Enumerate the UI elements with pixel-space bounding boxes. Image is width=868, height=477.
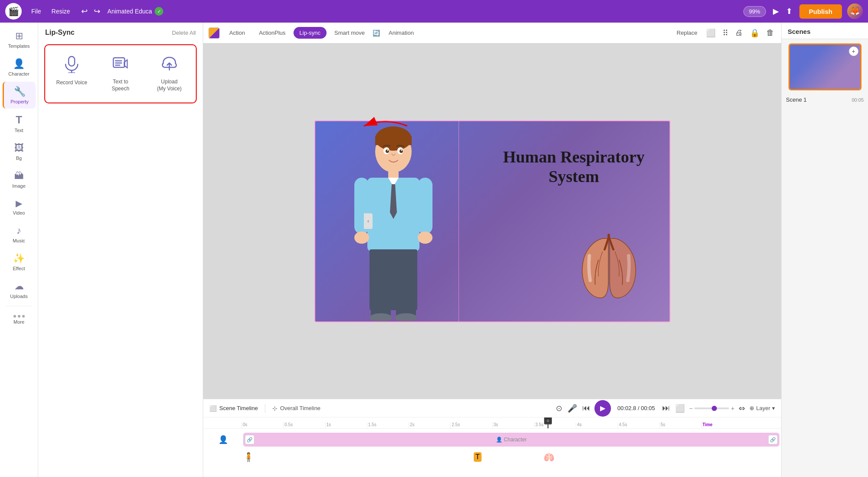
character-small-icon: 🧍 (243, 452, 254, 462)
share-button[interactable]: ⬆ (784, 5, 794, 18)
sidebar-item-more[interactable]: More (3, 309, 36, 329)
ruler-mark-5: 5s (660, 422, 701, 428)
record-voice-option[interactable]: Record Voice (50, 51, 94, 96)
sidebar-item-text[interactable]: T Text (3, 109, 36, 137)
sidebar-item-character[interactable]: 👤 Character (3, 54, 36, 81)
zoom-control[interactable]: 99% (743, 6, 766, 17)
scene-timeline-tab[interactable]: ⬜ Scene Timeline (209, 405, 258, 412)
slider-track[interactable] (694, 407, 729, 409)
sidebar-divider (6, 306, 32, 306)
delete-all-button[interactable]: Delete All (172, 30, 196, 36)
slider-thumb[interactable] (712, 406, 717, 411)
action-bar: Action ActionPlus Lip-sync Smart move 🔄 … (203, 23, 781, 43)
sidebar-item-effect[interactable]: ✨ Effect (3, 248, 36, 275)
icon-track-row: 🧍 T 🫁 (203, 449, 781, 465)
tab-animation[interactable]: Animation (383, 27, 420, 39)
tab-action[interactable]: Action (223, 27, 251, 39)
fit-view-button[interactable]: ⇔ (738, 403, 746, 414)
sidebar-label-more: More (13, 319, 24, 325)
camera-ctrl-button[interactable]: ⊙ (555, 403, 563, 414)
canvas-divider (459, 121, 459, 321)
animation-tab-group: 🔄 Animation (373, 27, 420, 39)
left-sidebar: ⊞ Templates 👤 Character 🔧 Property T Tex… (0, 23, 38, 477)
sidebar-label-bg: Bg (16, 156, 22, 161)
svg-rect-0 (69, 56, 75, 66)
lipsync-options-box: Record Voice Text to Speech (44, 44, 197, 103)
delete-button[interactable]: 🗑 (765, 26, 776, 39)
ruler-mark-0: 0s (241, 422, 283, 428)
ruler-mark-3: 3s (492, 422, 534, 428)
sidebar-label-music: Music (13, 238, 25, 243)
text-to-speech-option[interactable]: Text to Speech (98, 51, 142, 96)
timeline-tracks: 👤 🔗 👤 Character 🔗 🧍 T (203, 429, 781, 467)
zoom-slider[interactable]: − + (689, 405, 734, 412)
collapse-panel-button[interactable]: ‹ (364, 213, 373, 229)
sidebar-item-templates[interactable]: ⊞ Templates (3, 26, 36, 53)
overall-timeline-icon: ⊹ (272, 405, 277, 412)
upload-voice-option[interactable]: Upload(My Voice) (147, 51, 191, 96)
ruler-mark-1: 1s (325, 422, 367, 428)
image-icon: 🏔 (14, 170, 24, 182)
redo-button[interactable]: ↪ (92, 5, 102, 18)
text-to-speech-icon (112, 56, 129, 75)
sidebar-item-music[interactable]: ♪ Music (3, 221, 36, 248)
scenes-header: Scenes (782, 23, 868, 39)
tab-lipsync[interactable]: Lip-sync (294, 27, 327, 39)
play-preview-button[interactable]: ▶ (771, 5, 781, 18)
character-figure (337, 126, 459, 321)
split-view-button[interactable]: ⬜ (704, 26, 717, 40)
character-track-bar-area[interactable]: 🔗 👤 Character 🔗 (243, 433, 779, 447)
sidebar-label-video: Video (13, 210, 25, 215)
svg-text:⊡: ⊡ (547, 419, 549, 422)
character-track-label: 👤 Character (496, 437, 527, 443)
playhead[interactable]: ⊡ (548, 417, 548, 428)
tab-smartmove[interactable]: Smart move (328, 27, 371, 39)
sidebar-item-video[interactable]: ▶ Video (3, 194, 36, 220)
tab-actionplus[interactable]: ActionPlus (253, 27, 291, 39)
color-swatch[interactable] (208, 27, 220, 39)
skip-back-button[interactable]: ⏮ (581, 403, 591, 414)
overall-timeline-tab[interactable]: ⊹ Overall Timeline (272, 405, 320, 412)
topbar-icons: ▶ ⬆ (771, 5, 794, 18)
lungs-track-icon: 🫁 (544, 452, 554, 462)
character-track-bar[interactable]: 🔗 👤 Character 🔗 (243, 433, 779, 447)
skip-forward-button[interactable]: ⏭ (661, 403, 671, 414)
tts-label: Text to Speech (103, 79, 137, 92)
undo-button[interactable]: ↩ (79, 5, 89, 18)
ruler-marks: 0s 0.5s 1s 1.5s 2s 2.5s 3s 3.5s 4s 4.5s … (241, 422, 743, 428)
sidebar-item-property[interactable]: 🔧 Property (3, 82, 36, 109)
app-logo[interactable]: 🎬 (5, 3, 22, 20)
layer-label: Layer (756, 405, 770, 411)
lock-button[interactable]: 🔒 (748, 26, 761, 40)
track-bar-link-left[interactable]: 🔗 (245, 435, 254, 444)
mic-ctrl-button[interactable]: 🎤 (567, 403, 578, 414)
text-track-icon: T (474, 452, 482, 462)
scene-add-button[interactable]: + (849, 46, 858, 56)
sidebar-label-uploads: Uploads (10, 294, 27, 299)
timeline-ruler: 0s 0.5s 1s 1.5s 2s 2.5s 3s 3.5s 4s 4.5s … (203, 417, 781, 429)
svg-rect-23 (418, 178, 432, 234)
scene-1-thumbnail[interactable]: + (789, 43, 861, 90)
avatar[interactable]: 🦊 (847, 3, 863, 19)
timeline-tab-divider (265, 404, 265, 413)
layer-button[interactable]: ⊕ Layer ▾ (749, 405, 775, 411)
publish-button[interactable]: Publish (799, 4, 842, 19)
effect-icon: ✨ (13, 253, 25, 264)
sidebar-item-bg[interactable]: 🖼 Bg (3, 138, 36, 165)
lipsync-panel: Lip-Sync Delete All Record Voice (38, 23, 203, 477)
file-menu[interactable]: File (27, 6, 46, 17)
sidebar-item-image[interactable]: 🏔 Image (3, 166, 36, 193)
print-button[interactable]: 🖨 (733, 26, 745, 39)
play-button[interactable]: ▶ (594, 400, 611, 417)
animation-sync-icon: 🔄 (373, 30, 380, 36)
replace-button[interactable]: Replace (673, 28, 701, 38)
chevron-down-icon: ▾ (772, 405, 775, 411)
sidebar-item-uploads[interactable]: ☁ Uploads (3, 276, 36, 303)
caption-button[interactable]: ⬜ (674, 403, 686, 414)
resize-menu[interactable]: Resize (47, 6, 75, 17)
project-title-text: Animated Educa (107, 8, 152, 15)
grid-button[interactable]: ⠿ (721, 26, 730, 40)
sidebar-label-templates: Templates (8, 43, 30, 49)
canvas-title-text: Human Respiratory System (492, 147, 657, 187)
track-bar-link-right[interactable]: 🔗 (768, 435, 778, 444)
